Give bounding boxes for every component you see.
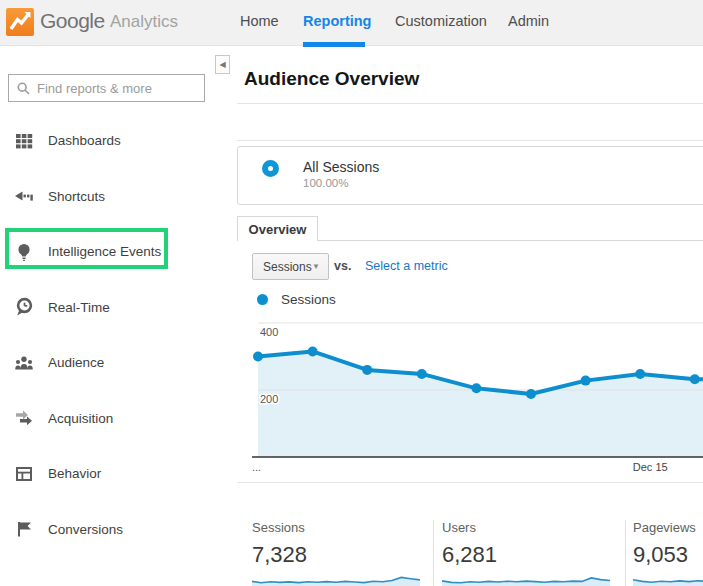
nav-reporting[interactable]: Reporting bbox=[303, 13, 371, 29]
svg-text:...: ... bbox=[252, 461, 261, 473]
metric-dropdown-value: Sessions bbox=[263, 260, 312, 274]
sessions-timeseries-chart: 200400...Dec 15 bbox=[237, 316, 703, 482]
flag-icon bbox=[14, 519, 34, 539]
metric-value: 7,328 bbox=[252, 542, 420, 568]
svg-text:200: 200 bbox=[260, 393, 278, 405]
metric-dropdown[interactable]: Sessions ▼ bbox=[252, 253, 329, 280]
divider bbox=[237, 140, 703, 141]
page-title: Audience Overview bbox=[244, 68, 419, 90]
sidebar-menu: Dashboards Shortcuts bbox=[0, 113, 236, 557]
logo-google-text: Google bbox=[40, 9, 105, 33]
users-sparkline bbox=[442, 573, 610, 586]
sidebar-item-label: Audience bbox=[48, 355, 104, 370]
svg-text:400: 400 bbox=[260, 326, 278, 338]
nav-home[interactable]: Home bbox=[240, 13, 279, 29]
divider bbox=[237, 482, 703, 483]
sidebar-item-label: Real-Time bbox=[48, 300, 110, 315]
google-analytics-logo-icon bbox=[6, 8, 34, 36]
magnifier-icon bbox=[17, 82, 30, 95]
search-input[interactable] bbox=[37, 81, 187, 96]
sidebar-item-label: Acquisition bbox=[48, 411, 113, 426]
segment-percent: 100.00% bbox=[303, 177, 348, 189]
metric-label: Pageviews bbox=[633, 520, 703, 535]
sidebar-item-real-time[interactable]: Real-Time bbox=[0, 280, 236, 336]
vs-label: vs. bbox=[334, 259, 351, 273]
sidebar-item-label: Conversions bbox=[48, 522, 123, 537]
metric-sessions[interactable]: Sessions 7,328 bbox=[252, 520, 420, 586]
sidebar-item-label: Dashboards bbox=[48, 133, 121, 148]
sidebar-item-label: Intelligence Events bbox=[48, 244, 161, 259]
select-metric-link[interactable]: Select a metric bbox=[365, 259, 448, 273]
logo-analytics-text: Analytics bbox=[110, 12, 178, 32]
divider bbox=[237, 103, 703, 104]
main-content: Audience Overview Email Export▼ Add to D… bbox=[237, 46, 703, 586]
metric-users[interactable]: Users 6,281 bbox=[442, 520, 610, 586]
sidebar-item-conversions[interactable]: Conversions bbox=[0, 502, 236, 558]
sidebar-item-intelligence-events[interactable]: Intelligence Events bbox=[0, 224, 236, 280]
sidebar: Dashboards Shortcuts bbox=[0, 46, 236, 586]
lightbulb-icon bbox=[14, 242, 34, 262]
sidebar-item-dashboards[interactable]: Dashboards bbox=[0, 113, 236, 169]
nav-admin[interactable]: Admin bbox=[508, 13, 549, 29]
sidebar-item-acquisition[interactable]: Acquisition bbox=[0, 391, 236, 447]
all-sessions-segment-card[interactable]: All Sessions 100.00% bbox=[237, 146, 703, 205]
sidebar-collapse-button[interactable]: ◀ bbox=[215, 55, 230, 74]
shortcut-arrow-icon bbox=[14, 186, 34, 206]
double-arrow-icon bbox=[14, 408, 34, 428]
svg-text:Dec 15: Dec 15 bbox=[633, 461, 668, 473]
legend-label: Sessions bbox=[281, 292, 336, 307]
segment-name: All Sessions bbox=[303, 159, 379, 175]
metric-label: Sessions bbox=[252, 520, 420, 535]
realtime-bubble-clock-icon bbox=[14, 297, 34, 317]
divider bbox=[433, 520, 434, 586]
metric-value: 6,281 bbox=[442, 542, 610, 568]
tab-overview[interactable]: Overview bbox=[237, 216, 318, 241]
divider bbox=[625, 520, 626, 586]
segment-donut-icon bbox=[262, 160, 279, 177]
sessions-legend-dot-icon bbox=[257, 294, 268, 305]
pageviews-sparkline bbox=[633, 573, 703, 586]
metric-value: 9,053 bbox=[633, 542, 703, 568]
sidebar-item-audience[interactable]: Audience bbox=[0, 335, 236, 391]
people-icon bbox=[14, 353, 34, 373]
sidebar-item-behavior[interactable]: Behavior bbox=[0, 446, 236, 502]
sessions-sparkline bbox=[252, 573, 420, 586]
nav-customization[interactable]: Customization bbox=[395, 13, 487, 29]
sidebar-item-label: Shortcuts bbox=[48, 189, 105, 204]
grid-icon bbox=[14, 131, 34, 151]
layout-icon bbox=[14, 464, 34, 484]
app-header: Google Analytics Home Reporting Customiz… bbox=[0, 0, 703, 46]
metric-pageviews[interactable]: Pageviews 9,053 bbox=[633, 520, 703, 586]
chart-legend: Sessions bbox=[257, 292, 336, 307]
sidebar-item-label: Behavior bbox=[48, 466, 101, 481]
sidebar-item-shortcuts[interactable]: Shortcuts bbox=[0, 169, 236, 225]
report-search-box[interactable] bbox=[8, 74, 205, 102]
metric-label: Users bbox=[442, 520, 610, 535]
chevron-down-icon: ▼ bbox=[312, 262, 320, 271]
